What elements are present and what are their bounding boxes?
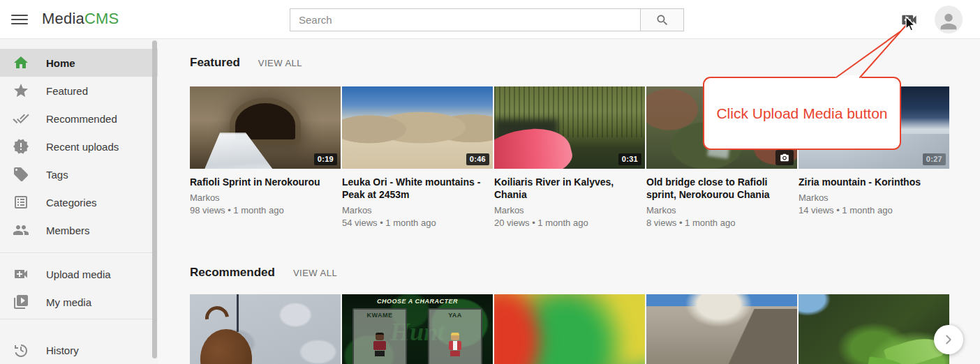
media-meta: 14 views • 1 month ago [799, 205, 949, 216]
sidebar-scrollbar[interactable] [152, 40, 157, 358]
game-thumbnail[interactable]: CHOOSE A CHARACTER Hunt KWAME YAA Select… [342, 294, 493, 364]
search-input[interactable] [290, 8, 640, 31]
sidebar-item-recommended[interactable]: Recommended [0, 105, 158, 132]
media-author[interactable]: Markos [646, 205, 797, 216]
sidebar-item-tags[interactable]: Tags [0, 160, 158, 188]
media-meta: 20 views • 1 month ago [494, 218, 645, 229]
media-card[interactable] [494, 294, 645, 364]
pumpkin-stem-decoration [200, 301, 234, 335]
sidebar-item-home[interactable]: Home [0, 49, 158, 77]
duration-badge: 0:19 [314, 153, 337, 165]
double-check-icon [13, 110, 29, 127]
video-thumbnail[interactable]: 0:31 [494, 86, 645, 169]
media-card[interactable] [646, 294, 797, 364]
search-bar [290, 8, 684, 31]
media-meta: 54 views • 1 month ago [342, 218, 493, 229]
logo-media-text: Media [42, 10, 84, 27]
media-author[interactable]: Markos [342, 205, 493, 216]
recommended-section-header: Recommended VIEW ALL [190, 266, 337, 280]
section-title: Featured [190, 56, 240, 70]
sidebar-item-label: My media [46, 296, 91, 308]
recommended-view-all-link[interactable]: VIEW ALL [293, 268, 337, 278]
mediacms-app: MediaCMS Home Featured [0, 0, 980, 364]
media-card[interactable]: CHOOSE A CHARACTER Hunt KWAME YAA Select… [342, 294, 493, 364]
chevron-right-icon [941, 332, 956, 347]
sidebar-item-members[interactable]: Members [0, 216, 158, 244]
media-meta: 8 views • 1 month ago [646, 218, 797, 229]
video-upload-icon [900, 10, 919, 29]
media-card[interactable] [190, 294, 341, 364]
game-character-name: YAA [429, 312, 481, 319]
hamburger-menu-button[interactable] [11, 11, 28, 28]
tag-icon [13, 166, 29, 183]
person-icon [937, 10, 960, 33]
sidebar-item-label: Home [46, 57, 75, 69]
media-card[interactable] [799, 294, 949, 364]
media-title[interactable]: Koiliaris River in Kalyves, Chania [494, 176, 645, 201]
sidebar-item-label: Featured [46, 85, 88, 97]
game-title-text: CHOOSE A CHARACTER [342, 298, 493, 305]
media-author[interactable]: Markos [190, 192, 341, 204]
leaves-thumbnail[interactable] [799, 294, 949, 364]
media-author[interactable]: Markos [799, 192, 949, 204]
duration-badge: 0:27 [923, 153, 946, 165]
star-icon [13, 82, 29, 99]
upload-media-button[interactable] [900, 10, 919, 29]
sidebar-item-label: Tags [46, 169, 68, 181]
media-title[interactable]: Rafioli Sprint in Nerokourou [190, 176, 341, 188]
gradient-decoration [494, 294, 645, 364]
user-avatar-button[interactable] [935, 6, 963, 33]
featured-view-all-link[interactable]: VIEW ALL [258, 58, 302, 68]
sidebar-item-label: Members [46, 225, 90, 236]
media-meta: 98 views • 1 month ago [190, 205, 341, 216]
carousel-next-button[interactable] [934, 325, 963, 354]
media-title[interactable]: Ziria mountain - Korinthos [799, 176, 949, 188]
media-title[interactable]: Leuka Ori - White mountains - Peak at 24… [342, 176, 493, 201]
sidebar-item-history[interactable]: History [0, 336, 158, 364]
upload-media-icon [13, 266, 29, 282]
sidebar-nav: Home Featured Recommended Recent uploads… [0, 39, 158, 364]
featured-section-header: Featured VIEW ALL [190, 56, 302, 70]
media-card[interactable]: 0:19 Rafioli Sprint in Nerokourou Markos… [190, 86, 341, 229]
pumpkin-thumbnail[interactable] [190, 294, 341, 364]
game-character-name: KWAME [354, 312, 406, 319]
video-thumbnail[interactable]: 0:46 [342, 86, 493, 169]
sidebar-item-my-media[interactable]: My media [0, 288, 158, 316]
logo-cms-text: CMS [84, 10, 119, 27]
media-card[interactable]: 0:46 Leuka Ori - White mountains - Peak … [342, 86, 493, 229]
new-releases-icon [13, 138, 29, 155]
game-character-sprite [447, 333, 463, 356]
section-title: Recommended [190, 266, 275, 280]
sidebar: Home Featured Recommended Recent uploads… [0, 39, 158, 364]
game-character-panel: YAA [428, 308, 482, 364]
annotation-callout: Click Upload Media button [703, 77, 901, 150]
sidebar-item-label: Upload media [46, 268, 111, 280]
media-card[interactable]: 0:31 Koiliaris River in Kalyves, Chania … [494, 86, 645, 229]
sidebar-item-label: Recent uploads [46, 141, 119, 153]
image-type-badge [775, 150, 794, 165]
camera-icon [780, 153, 789, 162]
video-thumbnail[interactable]: 0:19 [190, 86, 341, 169]
my-media-icon [13, 294, 29, 310]
sidebar-item-label: Recommended [46, 113, 117, 125]
logo[interactable]: MediaCMS [42, 10, 119, 28]
sidebar-item-label: Categories [46, 197, 97, 208]
search-button[interactable] [640, 8, 684, 31]
game-character-panel: KWAME [352, 308, 407, 364]
sidebar-item-categories[interactable]: Categories [0, 188, 158, 216]
recommended-cards-row: CHOOSE A CHARACTER Hunt KWAME YAA Select… [190, 294, 949, 364]
annotation-callout-text: Click Upload Media button [716, 105, 887, 122]
sidebar-item-upload-media[interactable]: Upload media [0, 260, 158, 288]
abstract-thumbnail[interactable] [494, 294, 645, 364]
duration-badge: 0:46 [466, 153, 489, 165]
mountain-thumbnail[interactable] [646, 294, 797, 364]
media-author[interactable]: Markos [494, 205, 645, 216]
sidebar-divider [0, 252, 158, 253]
game-character-sprite [372, 333, 387, 356]
duration-badge: 0:31 [618, 153, 641, 165]
home-icon [13, 54, 29, 71]
media-title[interactable]: Old bridge close to Rafioli sprint, Nero… [646, 176, 797, 201]
sidebar-item-featured[interactable]: Featured [0, 77, 158, 105]
sidebar-item-recent-uploads[interactable]: Recent uploads [0, 132, 158, 160]
history-icon [13, 342, 29, 358]
